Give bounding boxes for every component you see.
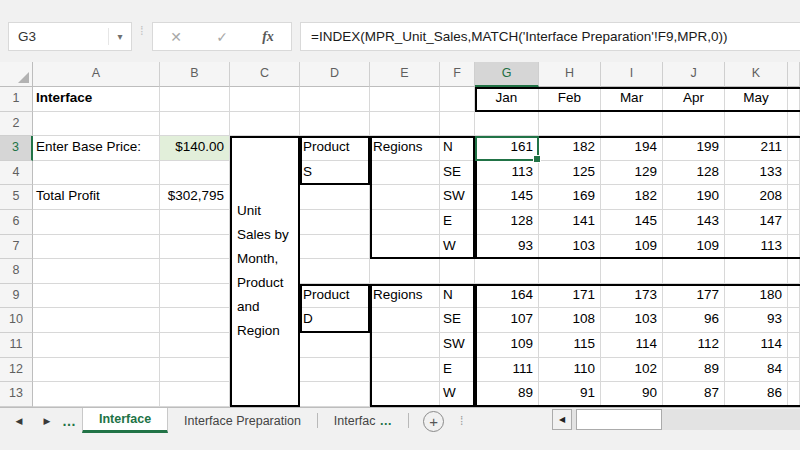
cell-A1[interactable]: Interface	[33, 87, 160, 112]
add-sheet-button[interactable]: +	[423, 411, 444, 432]
row-header-1[interactable]: 1	[0, 87, 33, 112]
cell-D1[interactable]	[300, 87, 370, 112]
cell-partial-8[interactable]	[788, 259, 800, 284]
cell-F5[interactable]: SW	[440, 185, 475, 210]
cell-J8[interactable]	[663, 259, 725, 284]
cell-F10[interactable]: SE	[440, 308, 475, 333]
cell-A9[interactable]	[33, 284, 160, 309]
cell-F4[interactable]: SE	[440, 161, 475, 186]
cell-K6[interactable]: 147	[725, 210, 788, 235]
cell-D6[interactable]	[300, 210, 370, 235]
cell-F3[interactable]: N	[440, 136, 475, 161]
cell-D4[interactable]: S	[300, 161, 370, 186]
col-header-D[interactable]: D	[300, 62, 370, 87]
cell-B4[interactable]	[160, 161, 230, 186]
cell-A8[interactable]	[33, 259, 160, 284]
cell-F12[interactable]: E	[440, 358, 475, 383]
cell-K8[interactable]	[725, 259, 788, 284]
cell-F8[interactable]	[440, 259, 475, 284]
col-header-G[interactable]: G	[475, 62, 539, 87]
row-header-12[interactable]: 12	[0, 358, 33, 383]
cancel-icon[interactable]: ✕	[170, 29, 182, 45]
sheet-nav-next-icon[interactable]: ▶	[38, 408, 56, 433]
cell-G9[interactable]: 164	[475, 284, 539, 309]
cell-K4[interactable]: 133	[725, 161, 788, 186]
sheet-overflow-right[interactable]: …	[380, 414, 393, 428]
cell-I11[interactable]: 114	[601, 333, 663, 358]
cell-E6[interactable]	[370, 210, 440, 235]
cell-J5[interactable]: 190	[663, 185, 725, 210]
cell-I3[interactable]: 194	[601, 136, 663, 161]
col-header-C[interactable]: C	[230, 62, 300, 87]
cell-partial-9[interactable]	[788, 284, 800, 309]
cell-F9[interactable]: N	[440, 284, 475, 309]
cell-E5[interactable]	[370, 185, 440, 210]
cell-B11[interactable]	[160, 333, 230, 358]
cell-G8[interactable]	[475, 259, 539, 284]
cell-I2[interactable]	[601, 112, 663, 137]
cell-partial-6[interactable]	[788, 210, 800, 235]
cell-D2[interactable]	[300, 112, 370, 137]
cell-H8[interactable]	[539, 259, 601, 284]
insert-function-icon[interactable]: fx	[262, 29, 274, 45]
cell-F7[interactable]: W	[440, 235, 475, 260]
cell-E11[interactable]	[370, 333, 440, 358]
sheet-overflow-left[interactable]: …	[56, 408, 82, 433]
cell-B12[interactable]	[160, 358, 230, 383]
cell-E4[interactable]	[370, 161, 440, 186]
cell-B2[interactable]	[160, 112, 230, 137]
cell-I1[interactable]: Mar	[601, 87, 663, 112]
col-header-I[interactable]: I	[601, 62, 663, 87]
cell-J1[interactable]: Apr	[663, 87, 725, 112]
col-header-H[interactable]: H	[539, 62, 601, 87]
cell-I7[interactable]: 109	[601, 235, 663, 260]
cell-H7[interactable]: 103	[539, 235, 601, 260]
cell-B1[interactable]	[160, 87, 230, 112]
cell-D3[interactable]: Product	[300, 136, 370, 161]
cell-partial-4[interactable]	[788, 161, 800, 186]
col-header-B[interactable]: B	[160, 62, 230, 87]
cell-A3[interactable]: Enter Base Price:	[33, 136, 160, 161]
tab-truncated[interactable]: Interfac …	[318, 408, 408, 433]
cell-partial-3[interactable]	[788, 136, 800, 161]
cell-I9[interactable]: 173	[601, 284, 663, 309]
cell-B8[interactable]	[160, 259, 230, 284]
cell-D11[interactable]	[300, 333, 370, 358]
cell-B13[interactable]	[160, 382, 230, 407]
cell-I13[interactable]: 90	[601, 382, 663, 407]
cell-K11[interactable]: 114	[725, 333, 788, 358]
cell-K5[interactable]: 208	[725, 185, 788, 210]
cell-A11[interactable]	[33, 333, 160, 358]
cell-J3[interactable]: 199	[663, 136, 725, 161]
cell-partial-7[interactable]	[788, 235, 800, 260]
cell-E3[interactable]: Regions	[370, 136, 440, 161]
cell-G1[interactable]: Jan	[475, 87, 539, 112]
cell-J12[interactable]: 89	[663, 358, 725, 383]
cell-I4[interactable]: 129	[601, 161, 663, 186]
col-header-J[interactable]: J	[663, 62, 725, 87]
cell-J13[interactable]: 87	[663, 382, 725, 407]
row-header-6[interactable]: 6	[0, 210, 33, 235]
cell-D7[interactable]	[300, 235, 370, 260]
cell-G12[interactable]: 111	[475, 358, 539, 383]
cell-D12[interactable]	[300, 358, 370, 383]
row-header-4[interactable]: 4	[0, 161, 33, 186]
row-header-10[interactable]: 10	[0, 308, 33, 333]
cell-F13[interactable]: W	[440, 382, 475, 407]
tab-interface-preparation[interactable]: Interface Preparation	[168, 408, 317, 433]
cell-I5[interactable]: 182	[601, 185, 663, 210]
cell-I10[interactable]: 103	[601, 308, 663, 333]
cell-G5[interactable]: 145	[475, 185, 539, 210]
cell-B9[interactable]	[160, 284, 230, 309]
cell-H11[interactable]: 115	[539, 333, 601, 358]
cell-A5[interactable]: Total Profit	[33, 185, 160, 210]
formula-text[interactable]: =INDEX(MPR_Unit_Sales,MATCH('Interface P…	[301, 29, 727, 44]
cell-G11[interactable]: 109	[475, 333, 539, 358]
cell-D9[interactable]: Product	[300, 284, 370, 309]
cell-C1[interactable]	[230, 87, 300, 112]
cell-J9[interactable]: 177	[663, 284, 725, 309]
formula-input[interactable]: =INDEX(MPR_Unit_Sales,MATCH('Interface P…	[300, 22, 800, 51]
cell-G3[interactable]: 161	[475, 136, 539, 161]
cell-A12[interactable]	[33, 358, 160, 383]
cell-B7[interactable]	[160, 235, 230, 260]
